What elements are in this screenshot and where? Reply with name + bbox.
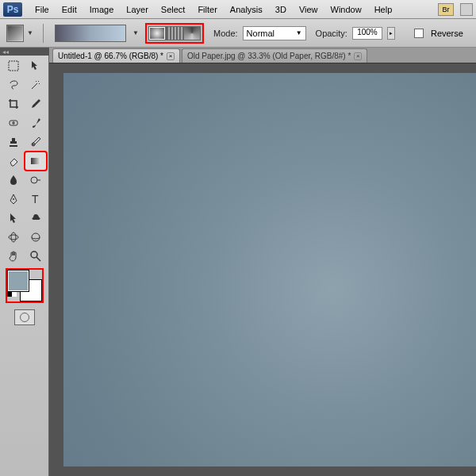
eraser-tool[interactable] xyxy=(3,152,24,170)
opacity-label: Opacity: xyxy=(316,29,347,38)
menu-layer[interactable]: Layer xyxy=(120,2,155,17)
chevron-down-icon: ▼ xyxy=(296,29,302,36)
lasso-tool[interactable] xyxy=(3,76,24,94)
svg-point-4 xyxy=(31,177,37,183)
menu-analysis[interactable]: Analysis xyxy=(224,2,269,17)
shape-tool[interactable] xyxy=(25,209,46,227)
menu-view[interactable]: View xyxy=(293,2,324,17)
separator xyxy=(43,24,44,43)
chevron-down-icon[interactable]: ▼ xyxy=(27,29,35,36)
close-icon[interactable]: × xyxy=(167,52,175,60)
history-brush-tool[interactable] xyxy=(25,133,46,151)
blur-tool[interactable] xyxy=(3,171,24,189)
opacity-input[interactable]: 100% xyxy=(352,27,382,40)
type-tool[interactable]: T xyxy=(25,190,46,208)
zoom-tool[interactable] xyxy=(25,248,46,265)
svg-point-7 xyxy=(9,235,18,240)
svg-rect-0 xyxy=(9,61,18,71)
artboard[interactable] xyxy=(63,73,476,466)
document-tab-active[interactable]: Untitled-1 @ 66.7% (RGB/8) * × xyxy=(52,48,180,63)
radial-gradient-button[interactable] xyxy=(148,26,166,40)
menu-edit[interactable]: Edit xyxy=(56,2,83,17)
dodge-tool[interactable] xyxy=(25,171,46,189)
default-colors-icon[interactable] xyxy=(7,292,17,301)
move-tool[interactable] xyxy=(25,57,46,75)
chevron-down-icon[interactable]: ▼ xyxy=(132,29,140,36)
app-logo: Ps xyxy=(3,2,22,17)
stamp-tool[interactable] xyxy=(3,133,24,151)
svg-rect-3 xyxy=(31,158,40,164)
svg-point-8 xyxy=(11,232,16,242)
brush-tool[interactable] xyxy=(25,114,46,132)
3d-orbit-tool[interactable] xyxy=(25,228,46,246)
opacity-flyout-icon[interactable]: ▸ xyxy=(387,27,395,40)
blend-mode-select[interactable]: Normal ▼ xyxy=(243,26,306,40)
tools-panel: T xyxy=(0,56,49,476)
foreground-color-swatch[interactable] xyxy=(7,270,29,292)
document-tab-inactive[interactable]: Old Paper.jpg @ 33.3% (Old Paper, RGB/8#… xyxy=(182,48,367,63)
options-bar: ▼ ▼ Mode: Normal ▼ Opacity: 100% ▸ Rever… xyxy=(0,19,476,48)
reverse-label: Reverse xyxy=(431,29,463,38)
gradient-editor[interactable] xyxy=(55,25,126,42)
menu-filter[interactable]: Filter xyxy=(191,2,223,17)
svg-point-10 xyxy=(31,251,37,258)
tab-label: Untitled-1 @ 66.7% (RGB/8) * xyxy=(58,52,163,60)
gradient-type-group xyxy=(145,23,204,44)
3d-rotate-tool[interactable] xyxy=(3,228,24,246)
menu-window[interactable]: Window xyxy=(324,2,368,17)
svg-point-9 xyxy=(32,233,40,241)
panel-collapse-grip[interactable]: ◂◂ xyxy=(0,48,11,56)
reverse-checkbox[interactable] xyxy=(414,29,424,38)
menu-help[interactable]: Help xyxy=(368,2,399,17)
hand-tool[interactable] xyxy=(3,248,24,265)
linear-gradient-button[interactable] xyxy=(166,26,183,40)
color-swatches[interactable] xyxy=(7,270,42,301)
heal-tool[interactable] xyxy=(3,114,24,132)
canvas-viewport[interactable] xyxy=(49,63,476,476)
eyedropper-tool[interactable] xyxy=(25,95,46,113)
svg-point-5 xyxy=(13,198,14,200)
quick-mask-toggle[interactable] xyxy=(14,309,35,325)
angle-gradient-button[interactable] xyxy=(183,26,201,40)
svg-text:T: T xyxy=(32,193,39,205)
menubar: Ps File Edit Image Layer Select Filter A… xyxy=(0,0,476,19)
close-icon[interactable]: × xyxy=(354,52,362,60)
document-tabs: Untitled-1 @ 66.7% (RGB/8) * × Old Paper… xyxy=(49,48,476,63)
gradient-tool[interactable] xyxy=(25,152,46,170)
crop-tool[interactable] xyxy=(3,95,24,113)
blend-mode-value: Normal xyxy=(247,29,274,38)
bridge-launcher[interactable]: Br xyxy=(438,3,454,16)
menu-select[interactable]: Select xyxy=(155,2,192,17)
tool-preset-picker[interactable] xyxy=(6,25,24,42)
menubar-extra-icon[interactable] xyxy=(460,3,473,16)
menu-image[interactable]: Image xyxy=(83,2,121,17)
path-select-tool[interactable] xyxy=(3,209,24,227)
pen-tool[interactable] xyxy=(3,190,24,208)
mode-label: Mode: xyxy=(213,29,238,38)
magic-wand-tool[interactable] xyxy=(25,76,46,94)
menu-file[interactable]: File xyxy=(29,2,56,17)
menu-3d[interactable]: 3D xyxy=(269,2,293,17)
document-area: Untitled-1 @ 66.7% (RGB/8) * × Old Paper… xyxy=(49,48,476,476)
rect-marquee-tool[interactable] xyxy=(3,57,24,75)
tab-label: Old Paper.jpg @ 33.3% (Old Paper, RGB/8#… xyxy=(187,52,351,60)
